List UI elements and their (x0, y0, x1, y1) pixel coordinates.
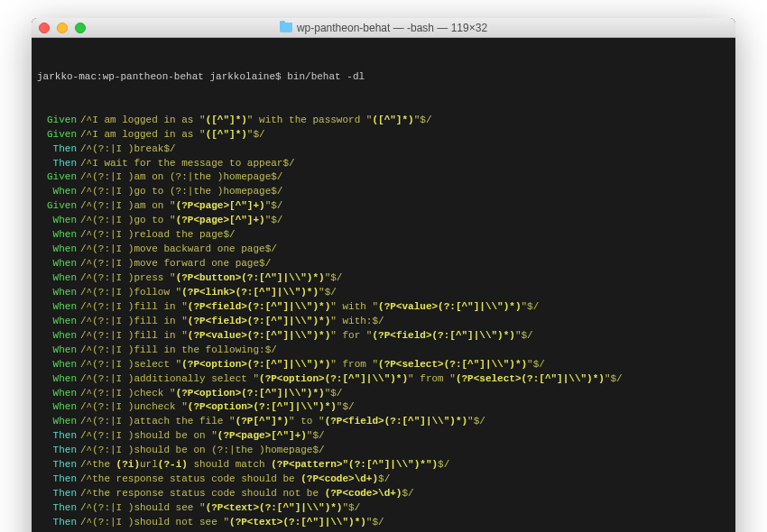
step-pattern: /^(?:|I )select "(?P<option>(?:[^"]|\\")… (80, 358, 545, 372)
step-definition-row: Given/^(?:|I )am on "(?P<page>[^"]+)"$/ (37, 199, 730, 214)
step-keyword: When (37, 400, 77, 415)
step-pattern: /^(?:|I )follow "(?P<link>(?:[^"]|\\")*)… (80, 286, 337, 300)
step-keyword: Then (37, 444, 77, 458)
step-keyword: When (37, 286, 77, 300)
terminal-body[interactable]: jarkko-mac:wp-pantheon-behat jarkkolaine… (32, 38, 735, 532)
step-keyword: When (37, 415, 77, 429)
step-pattern: /^(?:|I )fill in "(?P<field>(?:[^"]|\\")… (80, 315, 384, 329)
step-pattern: /^(?:|I )check "(?P<option>(?:[^"]|\\")*… (80, 387, 342, 401)
step-pattern: /^(?:|I )fill in "(?P<value>(?:[^"]|\\")… (80, 329, 533, 344)
step-definition-row: Given/^I am logged in as "([^"]*)" with … (37, 114, 730, 128)
step-definition-row: When/^(?:|I )move forward one page$/ (37, 257, 730, 271)
step-pattern: /^(?:|I )should not see "(?P<text>(?:[^"… (80, 516, 384, 530)
step-definition-row: Then/^I wait for the message to appear$/ (37, 157, 730, 171)
step-definition-row: When/^(?:|I )fill in "(?P<field>(?:[^"]|… (37, 300, 730, 315)
step-definition-row: Then/^the (?i)url(?-i) should match (?P<… (37, 458, 730, 472)
step-keyword: Then (37, 142, 77, 157)
step-pattern: /^I am logged in as "([^"]*)"$/ (80, 128, 265, 142)
step-keyword: Then (37, 429, 77, 444)
step-pattern: /^(?:|I )reload the page$/ (80, 228, 236, 243)
step-definition-row: When/^(?:|I )press "(?P<button>(?:[^"]|\… (37, 271, 730, 286)
step-pattern: /^the response status code should be (?P… (80, 472, 390, 487)
step-pattern: /^(?:|I )fill in "(?P<field>(?:[^"]|\\")… (80, 300, 539, 315)
step-keyword: When (37, 271, 77, 286)
step-pattern: /^(?:|I )attach the file "(?P[^"]*)" to … (80, 415, 485, 429)
close-icon[interactable] (39, 23, 50, 33)
step-pattern: /^(?:|I )press "(?P<button>(?:[^"]|\\")*… (80, 271, 342, 286)
step-keyword: Given (37, 114, 77, 128)
window-title: wp-pantheon-behat — -bash — 119×32 (32, 22, 735, 34)
step-keyword: When (37, 214, 77, 228)
output-lines: Given/^I am logged in as "([^"]*)" with … (37, 114, 730, 532)
step-keyword: Then (37, 516, 77, 530)
step-definition-row: When/^(?:|I )go to "(?P<page>[^"]+)"$/ (37, 214, 730, 228)
step-definition-row: Given/^(?:|I )am on (?:|the )homepage$/ (37, 170, 730, 185)
step-definition-row: Then/^the response status code should no… (37, 487, 730, 501)
step-definition-row: When/^(?:|I )select "(?P<option>(?:[^"]|… (37, 358, 730, 372)
minimize-icon[interactable] (57, 23, 68, 33)
step-pattern: /^(?:|I )break$/ (80, 142, 176, 157)
step-pattern: /^the response status code should not be… (80, 487, 414, 501)
step-pattern: /^(?:|I )should see "(?P<text>(?:[^"]|\\… (80, 501, 360, 516)
step-definition-row: When/^(?:|I )fill in the following:$/ (37, 344, 730, 358)
step-keyword: When (37, 344, 77, 358)
step-definition-row: Then/^the response status code should be… (37, 472, 730, 487)
step-definition-row: Then/^(?:|I )should be on (?:|the )homep… (37, 444, 730, 458)
step-definition-row: When/^(?:|I )go to (?:|the )homepage$/ (37, 185, 730, 199)
title-rest: — -bash — 119×32 (390, 22, 487, 34)
step-pattern: /^(?:|I )should be on (?:|the )homepage$… (80, 444, 325, 458)
step-definition-row: When/^(?:|I )move backward one page$/ (37, 243, 730, 257)
step-keyword: Then (37, 487, 77, 501)
step-definition-row: When/^(?:|I )fill in "(?P<field>(?:[^"]|… (37, 315, 730, 329)
step-keyword: When (37, 358, 77, 372)
terminal-window: wp-pantheon-behat — -bash — 119×32 jarkk… (32, 18, 735, 532)
step-pattern: /^(?:|I )am on "(?P<page>[^"]+)"$/ (80, 199, 282, 214)
prompt-host: jarkko-mac: (37, 71, 103, 82)
step-pattern: /^(?:|I )move backward one page$/ (80, 243, 277, 257)
step-keyword: When (37, 329, 77, 344)
step-definition-row: When/^(?:|I )follow "(?P<link>(?:[^"]|\\… (37, 286, 730, 300)
step-keyword: When (37, 228, 77, 243)
step-definition-row: When/^(?:|I )attach the file "(?P[^"]*)"… (37, 415, 730, 429)
step-definition-row: Then/^(?:|I )should not see "(?P<text>(?… (37, 516, 730, 530)
step-pattern: /^(?:|I )am on (?:|the )homepage$/ (80, 170, 282, 185)
step-definition-row: When/^(?:|I )uncheck "(?P<option>(?:[^"]… (37, 400, 730, 415)
step-keyword: When (37, 372, 77, 387)
step-definition-row: Then/^(?:|I )should be on "(?P<page>[^"]… (37, 429, 730, 444)
step-pattern: /^the (?i)url(?-i) should match (?P<patt… (80, 458, 449, 472)
step-keyword: Given (37, 170, 77, 185)
step-definition-row: When/^(?:|I )additionally select "(?P<op… (37, 372, 730, 387)
step-pattern: /^(?:|I )fill in the following:$/ (80, 344, 277, 358)
step-keyword: Given (37, 128, 77, 142)
step-keyword: When (37, 185, 77, 199)
title-folder: wp-pantheon-behat (297, 22, 390, 34)
step-pattern: /^(?:|I )move forward one page$/ (80, 257, 271, 271)
step-keyword: When (37, 315, 77, 329)
folder-icon (280, 23, 292, 32)
prompt-line: jarkko-mac:wp-pantheon-behat jarkkolaine… (37, 70, 730, 85)
step-pattern: /^I am logged in as "([^"]*)" with the p… (80, 114, 432, 128)
step-pattern: /^(?:|I )go to (?:|the )homepage$/ (80, 185, 282, 199)
step-keyword: Then (37, 501, 77, 516)
step-keyword: Then (37, 472, 77, 487)
step-definition-row: When/^(?:|I )fill in "(?P<value>(?:[^"]|… (37, 329, 730, 344)
prompt-user: jarkkolaine$ (204, 71, 287, 82)
step-keyword: When (37, 243, 77, 257)
step-keyword: When (37, 387, 77, 401)
step-definition-row: When/^(?:|I )reload the page$/ (37, 228, 730, 243)
titlebar: wp-pantheon-behat — -bash — 119×32 (32, 18, 735, 38)
prompt-dir: wp-pantheon-behat (103, 71, 204, 82)
step-keyword: Then (37, 458, 77, 472)
zoom-icon[interactable] (75, 23, 86, 33)
step-keyword: When (37, 257, 77, 271)
step-keyword: Then (37, 157, 77, 171)
step-definition-row: Given/^I am logged in as "([^"]*)"$/ (37, 128, 730, 142)
step-pattern: /^I wait for the message to appear$/ (80, 157, 295, 171)
window-controls (39, 23, 86, 33)
step-definition-row: Then/^(?:|I )break$/ (37, 142, 730, 157)
step-pattern: /^(?:|I )go to "(?P<page>[^"]+)"$/ (80, 214, 282, 228)
step-keyword: Given (37, 199, 77, 214)
step-pattern: /^(?:|I )uncheck "(?P<option>(?:[^"]|\\"… (80, 400, 355, 415)
step-definition-row: Then/^(?:|I )should see "(?P<text>(?:[^"… (37, 501, 730, 516)
step-keyword: When (37, 300, 77, 315)
